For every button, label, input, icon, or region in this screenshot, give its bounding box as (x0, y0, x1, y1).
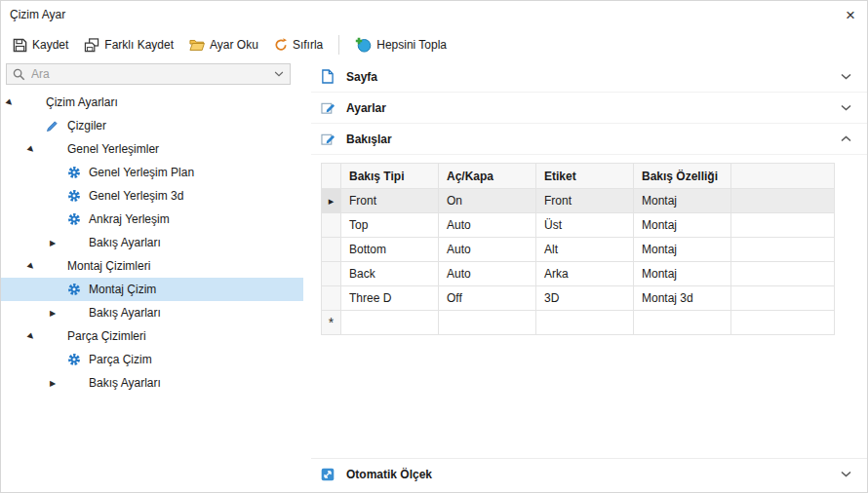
column-header-filler (731, 164, 835, 189)
dialog-cizim-ayar: Çizim Ayar × Kaydet Farklı Kaydet Ayar O… (0, 0, 868, 493)
table-row-top[interactable]: Top Auto Üst Montaj (322, 213, 835, 238)
tree-item-parca-cizim[interactable]: Parça Çizim (1, 348, 303, 371)
chevron-down-icon[interactable] (841, 73, 851, 80)
cell-bakis-tipi[interactable]: Top (341, 213, 439, 238)
reset-button[interactable]: Sıfırla (266, 34, 331, 56)
row-header-cell[interactable] (322, 262, 341, 286)
cell-etiket[interactable]: 3D (536, 286, 634, 311)
tree-item-ankraj-yerlesim[interactable]: Ankraj Yerleşim (1, 208, 303, 231)
chevron-down-icon[interactable] (841, 104, 851, 111)
table-row-back[interactable]: Back Auto Arka Montaj (322, 262, 835, 286)
title-bar: Çizim Ayar × (1, 1, 867, 28)
cell-bakis-tipi[interactable]: Front (341, 189, 439, 213)
cell-bakis-tipi[interactable] (341, 311, 439, 335)
settings-tree: Çizim Ayarları Çizgiler Genel Yerleşimle… (1, 91, 303, 395)
cell-bakis-ozelligi[interactable] (634, 311, 731, 335)
cell-bakis-ozelligi[interactable]: Montaj (634, 189, 731, 213)
tree-expander-closed-icon[interactable] (50, 239, 67, 247)
column-header-ac-kapa[interactable]: Aç/Kapa (439, 164, 536, 189)
cell-ac-kapa[interactable]: On (439, 189, 536, 213)
tree-item-montaj-cizimleri[interactable]: Montaj Çizimleri (1, 254, 303, 278)
row-header-cell[interactable] (322, 213, 341, 238)
tree-item-bakis-ayarlari-1[interactable]: Bakış Ayarları (1, 231, 303, 254)
column-header-bakis-ozelligi[interactable]: Bakış Özelliği (634, 164, 731, 189)
tree-item-bakis-ayarlari-3[interactable]: Bakış Ayarları (1, 371, 303, 395)
left-panel: Çizim Ayarları Çizgiler Genel Yerleşimle… (1, 61, 303, 492)
save-as-button[interactable]: Farklı Kaydet (76, 34, 181, 57)
tree-expander-closed-icon[interactable] (50, 309, 67, 318)
right-panel: Sayfa Ayarlar Bakışlar (311, 61, 867, 492)
tree-item-label: Parça Çizim (87, 353, 152, 366)
tree-item-parca-cizimleri[interactable]: Parça Çizimleri (1, 324, 303, 348)
tree-item-bakis-ayarlari-2[interactable]: Bakış Ayarları (1, 301, 303, 324)
section-header-otomatik-olcek[interactable]: Otomatik Ölçek (311, 458, 867, 489)
cell-filler (731, 311, 835, 335)
read-settings-button[interactable]: Ayar Oku (181, 34, 266, 56)
tree-item-genel-yerlesim-plan[interactable]: Genel Yerleşim Plan (1, 161, 303, 184)
tree-expander-closed-icon[interactable] (50, 379, 67, 388)
cell-etiket[interactable]: Arka (536, 262, 634, 286)
save-button[interactable]: Kaydet (5, 34, 76, 57)
cell-bakis-ozelligi[interactable]: Montaj (634, 213, 731, 238)
cell-ac-kapa[interactable] (439, 311, 536, 335)
new-row-icon: * (329, 315, 334, 330)
row-header-cell[interactable]: * (322, 311, 341, 335)
table-row-bottom[interactable]: Bottom Auto Alt Montaj (322, 238, 835, 262)
tree-item-label: Genel Yerleşim Plan (87, 166, 194, 179)
chevron-down-icon[interactable] (274, 71, 284, 77)
tree-expander-open-icon[interactable] (28, 145, 46, 154)
cell-etiket[interactable]: Front (536, 189, 634, 213)
chevron-down-icon[interactable] (841, 471, 851, 477)
gear-icon (67, 189, 87, 203)
collect-all-button[interactable]: Hepsini Topla (347, 33, 454, 57)
table-row-front[interactable]: ▸ Front On Front Montaj (322, 189, 835, 213)
cell-bakis-tipi[interactable]: Bottom (341, 238, 439, 262)
close-icon[interactable]: × (846, 7, 855, 23)
cell-etiket[interactable]: Üst (536, 213, 634, 238)
pencil-icon (46, 120, 65, 133)
table-new-row[interactable]: * (322, 311, 835, 335)
cell-bakis-tipi[interactable]: Three D (341, 286, 439, 311)
section-label: Otomatik Ölçek (346, 468, 432, 481)
reset-label: Sıfırla (293, 38, 323, 52)
search-input[interactable] (31, 67, 268, 81)
current-row-icon: ▸ (329, 195, 335, 207)
cell-ac-kapa[interactable]: Auto (439, 213, 536, 238)
cell-etiket[interactable]: Alt (536, 238, 634, 262)
cell-ac-kapa[interactable]: Off (439, 286, 536, 311)
section-header-sayfa[interactable]: Sayfa (311, 61, 867, 93)
tree-item-label: Çizim Ayarları (44, 95, 118, 109)
cell-ac-kapa[interactable]: Auto (439, 238, 536, 262)
chevron-up-icon[interactable] (841, 135, 851, 142)
tree-item-genel-yerlesimler[interactable]: Genel Yerleşimler (1, 137, 303, 161)
tree-expander-open-icon[interactable] (7, 98, 24, 107)
cell-bakis-ozelligi[interactable]: Montaj (634, 238, 731, 262)
tree-item-cizgiler[interactable]: Çizgiler (1, 114, 303, 137)
tree-item-cizim-ayarlari[interactable]: Çizim Ayarları (1, 91, 303, 114)
section-header-ayarlar[interactable]: Ayarlar (311, 93, 867, 124)
tree-item-label: Parça Çizimleri (65, 329, 146, 343)
cell-bakis-ozelligi[interactable]: Montaj 3d (634, 286, 731, 311)
collect-all-label: Hepsini Topla (376, 38, 447, 52)
cell-bakis-tipi[interactable]: Back (341, 262, 439, 286)
row-header-cell[interactable] (322, 238, 341, 262)
tree-item-montaj-cizim-selected[interactable]: Montaj Çizim (1, 278, 303, 301)
table-row-three-d[interactable]: Three D Off 3D Montaj 3d (322, 286, 835, 311)
cell-bakis-ozelligi[interactable]: Montaj (634, 262, 731, 286)
row-header-cell[interactable] (322, 286, 341, 311)
search-icon (13, 68, 25, 81)
tree-expander-open-icon[interactable] (28, 262, 46, 271)
tree-item-genel-yerlesim-3d[interactable]: Genel Yerleşim 3d (1, 184, 303, 208)
tree-expander-open-icon[interactable] (28, 332, 46, 341)
section-header-bakislar[interactable]: Bakışlar (311, 124, 867, 155)
column-header-bakis-tipi[interactable]: Bakış Tipi (341, 164, 439, 189)
search-box[interactable] (6, 63, 291, 85)
column-header-etiket[interactable]: Etiket (536, 164, 634, 189)
tree-item-label: Genel Yerleşim 3d (87, 189, 183, 203)
gear-icon (67, 166, 87, 179)
cell-ac-kapa[interactable]: Auto (439, 262, 536, 286)
gear-icon (67, 283, 87, 296)
row-header-cell[interactable]: ▸ (322, 189, 341, 213)
cell-etiket[interactable] (536, 311, 634, 335)
edit-settings-icon (321, 101, 336, 115)
